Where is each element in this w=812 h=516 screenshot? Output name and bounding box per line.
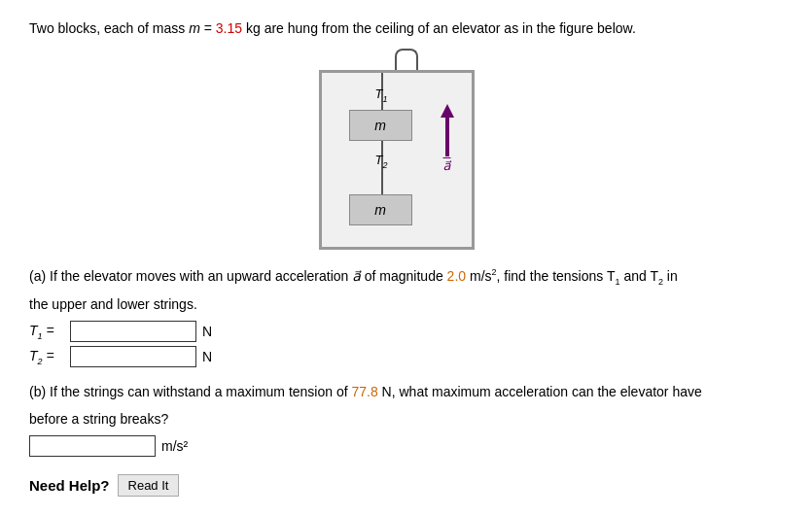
part-b-text: (b) If the strings can withstand a maxim… — [29, 381, 783, 404]
figure-container: T1 T2 m m a⃗ — [29, 49, 783, 250]
read-it-button[interactable]: Read It — [118, 474, 180, 497]
exponent-2: 2 — [492, 268, 497, 278]
t1-label: T1 — [375, 86, 388, 104]
t1-unit: N — [202, 324, 212, 339]
t1-input-row: T1 = N — [29, 321, 783, 342]
intro-text: Two blocks, each of mass m = 3.15 kg are… — [29, 17, 783, 39]
part-a-suffix3: , find the tensions T1 and T2 in — [497, 268, 678, 284]
equals: = — [200, 20, 216, 36]
arrow-shaft — [445, 118, 449, 156]
arrow-label: a⃗ — [443, 158, 451, 173]
top-block: m — [349, 110, 412, 141]
part-a-prefix: (a) If the elevator moves with an upward… — [29, 268, 352, 284]
need-help-row: Need Help? Read It — [29, 474, 783, 497]
vec-a: a⃗ — [352, 265, 361, 289]
accel-value: 2.0 — [447, 268, 466, 284]
mass-value: 3.15 — [216, 20, 242, 36]
part-b-prefix: (b) If the strings can withstand a maxim… — [29, 384, 351, 399]
elevator-figure: T1 T2 m m a⃗ — [319, 49, 494, 250]
t1-input-label: T1 = — [29, 323, 64, 341]
part-b-line2: before a string breaks? — [29, 408, 783, 431]
part-b-suffix: N, what maximum acceleration can the ele… — [378, 384, 702, 399]
t2-input-label: T2 = — [29, 348, 64, 366]
accel-unit: m/s² — [161, 438, 188, 454]
top-block-label: m — [374, 118, 386, 133]
hook-shape — [395, 49, 418, 70]
t2-label: T2 — [375, 153, 388, 170]
elevator-box: T1 T2 m m a⃗ — [319, 70, 475, 250]
accel-input[interactable] — [29, 435, 156, 457]
t1-input[interactable] — [70, 321, 196, 342]
part-a-line2: the upper and lower strings. — [29, 293, 783, 317]
need-help-text: Need Help? — [29, 477, 110, 494]
t2-input-row: T2 = N — [29, 346, 783, 367]
arrow-head — [441, 104, 454, 118]
acceleration-arrow: a⃗ — [441, 104, 454, 173]
mass-unit: kg are hung from the ceiling of an eleva… — [242, 20, 636, 36]
part-a-text: (a) If the elevator moves with an upward… — [29, 265, 783, 290]
part-a-suffix2: m/s — [466, 268, 491, 284]
part-b-section: (b) If the strings can withstand a maxim… — [29, 381, 783, 457]
intro-prefix: Two blocks, each of mass — [29, 20, 189, 36]
tension-value: 77.8 — [351, 384, 377, 399]
accel-input-row: m/s² — [29, 435, 783, 457]
bottom-block: m — [349, 194, 412, 225]
t2-input[interactable] — [70, 346, 196, 367]
question-section: (a) If the elevator moves with an upward… — [29, 265, 783, 456]
part-a-suffix1: of magnitude — [361, 268, 447, 284]
hook — [319, 49, 494, 70]
t2-unit: N — [202, 349, 212, 364]
m-italic: m — [189, 20, 200, 36]
bottom-block-label: m — [374, 202, 386, 218]
